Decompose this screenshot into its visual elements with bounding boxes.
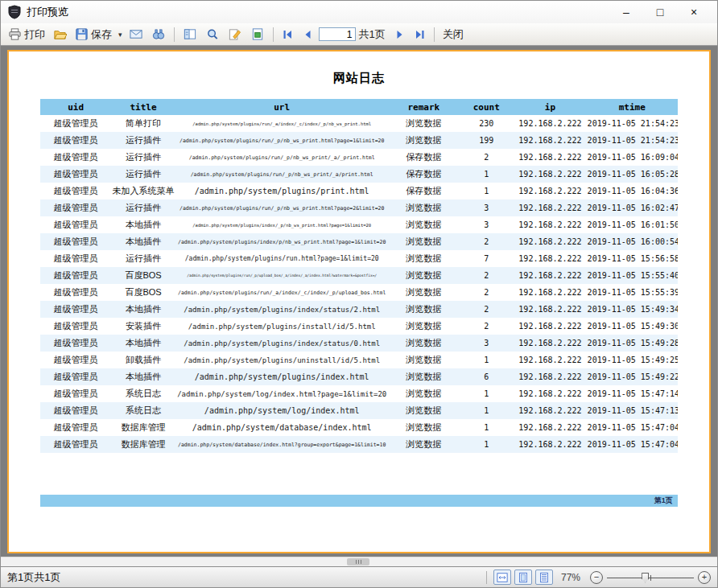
cell-title: 运行插件 <box>111 166 175 183</box>
cell-title: 运行插件 <box>111 149 175 166</box>
cell-mtime: 2019-11-05 16:09:04 <box>587 149 678 166</box>
zoom-in-button[interactable]: + <box>698 571 711 584</box>
whole-page-icon <box>517 572 530 583</box>
minimize-button[interactable]: – <box>609 6 643 19</box>
cell-uid: 超级管理员 <box>40 419 111 436</box>
save-label: 保存 <box>91 27 112 42</box>
cell-url: /admin.php/system/plugins/run/_p/nb_ws_p… <box>175 199 388 216</box>
cell-remark: 浏览数据 <box>388 402 459 419</box>
cell-uid: 超级管理员 <box>40 149 111 166</box>
cell-uid: 超级管理员 <box>40 301 111 318</box>
cell-title: 百度BOS <box>111 284 175 301</box>
cell-url: /admin.php/system/plugins/run/_a/index/_… <box>175 284 388 301</box>
cell-url: /admin.php/system/log/index.html <box>175 402 388 419</box>
cell-title: 运行插件 <box>111 199 175 216</box>
whole-page-button[interactable] <box>514 569 532 585</box>
page-total-label: 共1页 <box>357 27 389 42</box>
table-row: 超级管理员 本地插件 /admin.php/system/plugins/ind… <box>40 233 678 250</box>
titlebar: 打印预览 – □ × <box>1 1 717 23</box>
cell-uid: 超级管理员 <box>40 199 111 216</box>
cell-count: 1 <box>459 385 514 402</box>
cell-uid: 超级管理员 <box>40 284 111 301</box>
cell-url: /admin.php/system/plugins/print.html <box>175 183 388 199</box>
cell-ip: 192.168.2.222 <box>514 318 586 335</box>
cell-uid: 超级管理员 <box>40 436 111 453</box>
table-row: 超级管理员 系统日志 /admin.php/system/log/index.h… <box>40 402 678 419</box>
image-page-icon <box>250 27 265 41</box>
last-page-button[interactable] <box>411 27 429 42</box>
cell-remark: 保存数据 <box>388 166 459 183</box>
cell-uid: 超级管理员 <box>40 216 111 233</box>
prev-page-button[interactable] <box>299 27 317 42</box>
cell-url: /admin.php/system/plugins/index/p/nb_ws_… <box>175 233 388 250</box>
prev-page-icon <box>302 29 314 40</box>
cell-mtime: 2019-11-05 16:01:50 <box>587 216 678 233</box>
cell-title: 本地插件 <box>111 368 175 385</box>
statusbar-pages-text: 第1页共1页 <box>7 570 60 585</box>
first-page-button[interactable] <box>279 27 297 42</box>
table-row: 超级管理员 数据库管理 /admin.php/system/database/i… <box>40 419 678 436</box>
cell-title: 本地插件 <box>111 233 175 250</box>
window-controls: – □ × <box>609 6 711 19</box>
report-title: 网站日志 <box>9 71 709 86</box>
search-button[interactable] <box>148 26 169 43</box>
slider-thumb[interactable] <box>642 573 649 583</box>
zoom-tool-button[interactable] <box>202 26 223 43</box>
cell-count: 2 <box>459 233 514 250</box>
edit-button[interactable] <box>225 26 246 43</box>
cell-url: /admin.php/system/plugins/run/_p/nb_ws_p… <box>175 149 388 166</box>
cell-count: 6 <box>459 368 514 385</box>
watermark-button[interactable] <box>247 26 268 43</box>
table-row: 超级管理员 本地插件 /admin.php/system/plugins/ind… <box>40 301 678 318</box>
cell-uid: 超级管理员 <box>40 368 111 385</box>
cell-count: 1 <box>459 402 514 419</box>
zoom-slider[interactable] <box>607 571 694 584</box>
thumbnail-panel-button[interactable] <box>180 26 200 43</box>
grip-icon <box>361 560 361 564</box>
header-url: url <box>175 99 388 115</box>
open-button[interactable] <box>50 26 70 43</box>
email-button[interactable] <box>126 26 146 43</box>
table-row: 超级管理员 运行插件 /admin.php/system/plugins/run… <box>40 132 678 149</box>
cell-remark: 浏览数据 <box>388 419 459 436</box>
log-table: uid title url remark count ip mtime 超级管理… <box>40 99 678 453</box>
toolbar-separator <box>174 27 175 42</box>
cell-uid: 超级管理员 <box>40 385 111 402</box>
table-row: 超级管理员 运行插件 /admin.php/system/plugins/run… <box>40 166 678 183</box>
cell-remark: 浏览数据 <box>388 335 459 352</box>
next-page-button[interactable] <box>390 27 409 42</box>
cell-mtime: 2019-11-05 21:54:23 <box>587 115 678 132</box>
zoom-out-button[interactable]: − <box>590 571 603 584</box>
floppy-icon <box>75 27 89 41</box>
cell-title: 本地插件 <box>111 301 175 318</box>
cell-mtime: 2019-11-05 15:49:25 <box>587 352 678 368</box>
table-row: 超级管理员 百度BOS /admin.php/system/plugins/ru… <box>40 284 678 301</box>
cell-count: 3 <box>459 216 514 233</box>
print-button[interactable]: 打印 <box>5 26 48 43</box>
cell-mtime: 2019-11-05 15:47:04 <box>587 436 678 453</box>
cell-mtime: 2019-11-05 16:00:54 <box>587 233 678 250</box>
page-number-input[interactable] <box>319 27 356 41</box>
cell-remark: 浏览数据 <box>388 267 459 284</box>
cell-mtime: 2019-11-05 15:49:22 <box>587 368 678 385</box>
cell-title: 本地插件 <box>111 216 175 233</box>
cell-url: /admin.php/system/plugins/uninstall/id/5… <box>175 352 388 368</box>
chevron-down-icon: ▾ <box>118 31 122 39</box>
fit-width-button[interactable] <box>493 569 511 585</box>
header-count: count <box>459 99 514 115</box>
horizontal-scrollbar[interactable] <box>1 557 717 566</box>
cell-uid: 超级管理员 <box>40 352 111 368</box>
table-row: 超级管理员 本地插件 /admin.php/system/plugins/ind… <box>40 368 678 385</box>
cell-count: 3 <box>459 335 514 352</box>
close-button[interactable]: × <box>677 6 711 19</box>
save-button[interactable]: 保存 <box>72 26 115 43</box>
cell-remark: 浏览数据 <box>388 385 459 402</box>
scrollbar-thumb[interactable] <box>347 558 369 565</box>
maximize-button[interactable]: □ <box>643 6 677 19</box>
text-width-button[interactable] <box>535 569 553 585</box>
save-dropdown-button[interactable]: ▾ <box>117 29 124 40</box>
grip-icon <box>356 560 357 564</box>
cell-remark: 浏览数据 <box>388 284 459 301</box>
cell-url: /admin.php/system/plugins/run/_p/nb_ws_p… <box>175 132 388 149</box>
close-preview-button[interactable]: 关闭 <box>439 26 467 43</box>
